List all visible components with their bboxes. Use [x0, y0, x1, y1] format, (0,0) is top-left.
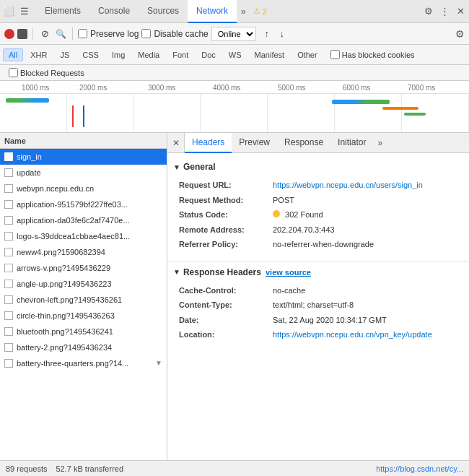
timeline-label-3: 3000 ms	[148, 84, 175, 92]
more-tabs-button[interactable]: »	[237, 7, 250, 17]
filter-css[interactable]: CSS	[76, 48, 105, 61]
details-content[interactable]: ▼ General Request URL: https://webvpn.nc…	[167, 153, 469, 460]
scroll-down-icon: ▼	[155, 359, 162, 367]
remote-address-row: Remote Address: 202.204.70.3:443	[179, 222, 457, 238]
search-icon[interactable]: 🔍	[54, 27, 67, 40]
response-headers-arrow-icon: ▼	[173, 268, 180, 276]
transferred-size: 52.7 kB transferred	[56, 464, 123, 473]
timeline-content	[0, 94, 469, 133]
list-item[interactable]: update	[0, 165, 167, 181]
dock-icon[interactable]: ⬜	[3, 6, 14, 17]
tab-preview[interactable]: Preview	[232, 133, 277, 153]
filter-ws[interactable]: WS	[223, 48, 247, 61]
list-item[interactable]: arrows-v.png?1495436229	[0, 260, 167, 276]
list-item[interactable]: bluetooth.png?1495436241	[0, 324, 167, 339]
list-item[interactable]: battery-three-quarters.png?14... ▼	[0, 355, 167, 371]
preserve-log-checkbox[interactable]: Preserve log	[78, 29, 139, 39]
general-section-title[interactable]: ▼ General	[167, 159, 469, 175]
status-dot-icon	[273, 210, 280, 217]
item-checkbox-icon	[4, 216, 13, 225]
status-code-row: Status Code: 302 Found	[179, 207, 457, 222]
network-settings-icon[interactable]: ⚙	[455, 28, 465, 40]
import-button[interactable]: ↑	[260, 27, 273, 40]
throttle-select[interactable]: Online	[211, 27, 256, 41]
toolbar-divider-2	[72, 27, 73, 40]
filter-type-bar: All XHR JS CSS Img Media Font Doc WS Man…	[0, 45, 469, 65]
content-type-row: Content-Type: text/html; charset=utf-8	[179, 298, 457, 313]
import-export-buttons: ↑ ↓	[260, 27, 289, 40]
has-blocked-cookies-checkbox[interactable]: Has blocked cookies	[330, 50, 415, 59]
tab-response[interactable]: Response	[277, 133, 330, 153]
tab-sources[interactable]: Sources	[139, 0, 188, 23]
general-section-body: Request URL: https://webvpn.ncepu.edu.cn…	[167, 175, 469, 258]
network-list-scroll[interactable]: sign_in update webvpn.ncepu.edu.cn appli…	[0, 149, 167, 460]
tab-elements[interactable]: Elements	[36, 0, 89, 23]
item-checkbox-icon	[4, 232, 13, 241]
blocked-requests-checkbox[interactable]: Blocked Requests	[9, 68, 84, 77]
timeline-label-5: 5000 ms	[278, 84, 305, 92]
filter-xhr[interactable]: XHR	[25, 48, 53, 61]
export-button[interactable]: ↓	[276, 27, 289, 40]
list-item[interactable]: logo-s-39ddcea1cbbae4aec81...	[0, 228, 167, 244]
filter-media[interactable]: Media	[132, 48, 165, 61]
section-divider	[167, 261, 469, 261]
referrer-policy-row: Referrer Policy: no-referrer-when-downgr…	[179, 237, 457, 252]
filter-all[interactable]: All	[3, 48, 23, 61]
clear-button[interactable]	[17, 29, 27, 39]
response-headers-title-text: Response Headers	[183, 267, 261, 277]
more-options-icon[interactable]: ⋮	[439, 6, 450, 17]
warnings-badge[interactable]: ⚠ 2	[253, 7, 267, 16]
date-row: Date: Sat, 22 Aug 2020 10:34:17 GMT	[179, 313, 457, 328]
external-link[interactable]: https://blog.csdn.net/cy...	[376, 464, 463, 473]
tab-network[interactable]: Network	[188, 0, 237, 23]
item-checkbox-icon	[4, 295, 13, 304]
filter-other[interactable]: Other	[292, 48, 323, 61]
timeline-bar-4	[404, 113, 426, 116]
disable-cache-checkbox[interactable]: Disable cache	[141, 29, 208, 39]
list-item[interactable]: circle-thin.png?1495436263	[0, 308, 167, 324]
list-item[interactable]: application-951579bf227ffe03...	[0, 196, 167, 212]
view-source-link[interactable]: view source	[266, 268, 311, 277]
timeline-label-1: 1000 ms	[22, 84, 49, 92]
general-arrow-icon: ▼	[173, 163, 180, 171]
network-toolbar: ⊘ 🔍 Preserve log Disable cache Online ↑ …	[0, 23, 469, 45]
response-headers-section-title[interactable]: ▼ Response Headers view source	[167, 264, 469, 280]
list-item[interactable]: angle-up.png?1495436223	[0, 276, 167, 292]
details-panel: ✕ Headers Preview Response Initiator » ▼…	[167, 133, 469, 460]
record-button[interactable]	[4, 29, 14, 39]
item-checkbox-icon	[4, 200, 13, 209]
tab-console[interactable]: Console	[89, 0, 139, 23]
item-checkbox-icon	[4, 280, 13, 288]
settings-icon[interactable]: ⚙	[423, 6, 434, 17]
filter-font[interactable]: Font	[167, 48, 194, 61]
list-item[interactable]: neww4.png?1590682394	[0, 244, 167, 260]
tab-initiator[interactable]: Initiator	[330, 133, 373, 153]
response-headers-section-body: Cache-Control: no-cache Content-Type: te…	[167, 280, 469, 348]
item-checkbox-icon	[4, 168, 13, 177]
filter-icon[interactable]: ⊘	[38, 27, 51, 40]
tab-headers[interactable]: Headers	[185, 133, 232, 153]
filter-img[interactable]: Img	[106, 48, 131, 61]
layout-icon[interactable]: ☰	[19, 6, 30, 17]
list-item[interactable]: webvpn.ncepu.edu.cn	[0, 181, 167, 196]
filter-doc[interactable]: Doc	[196, 48, 222, 61]
list-item[interactable]: application-da03fe6c2af7470e...	[0, 212, 167, 228]
item-checkbox-icon	[4, 264, 13, 272]
list-header: Name	[0, 133, 167, 149]
devtools-tab-bar: ⬜ ☰ Elements Console Sources Network » ⚠…	[0, 0, 469, 23]
toolbar-divider-1	[32, 27, 33, 40]
more-detail-tabs[interactable]: »	[373, 138, 387, 148]
status-bar: 89 requests 52.7 kB transferred https://…	[0, 460, 469, 476]
list-item[interactable]: chevron-left.png?1495436261	[0, 292, 167, 308]
timeline-label-2: 2000 ms	[79, 84, 107, 92]
details-tabs: ✕ Headers Preview Response Initiator »	[167, 133, 469, 153]
timeline-bar-2	[332, 100, 390, 104]
list-item[interactable]: battery-2.png?1495436234	[0, 339, 167, 355]
filter-js[interactable]: JS	[54, 48, 75, 61]
close-devtools-icon[interactable]: ✕	[455, 6, 466, 17]
close-details-button[interactable]: ✕	[167, 133, 185, 153]
filter-manifest[interactable]: Manifest	[249, 48, 291, 61]
item-checkbox-icon	[4, 343, 13, 352]
list-item[interactable]: sign_in	[0, 149, 167, 165]
warning-icon: ⚠	[253, 7, 260, 16]
